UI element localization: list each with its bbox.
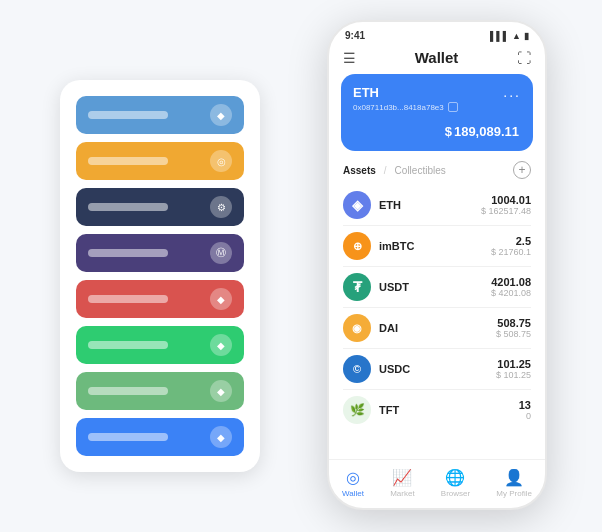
dai-usd: $ 508.75 [496,329,531,339]
usdc-name: USDC [379,363,496,375]
battery-icon: ▮ [524,31,529,41]
tab-separator: / [384,165,387,176]
stack-card-label-3 [88,203,168,211]
assets-header: Assets / Collectibles + [329,161,545,185]
expand-icon[interactable]: ⛶ [517,50,531,66]
status-bar: 9:41 ▌▌▌ ▲ ▮ [329,22,545,45]
usdt-usd: $ 4201.08 [491,288,531,298]
imbtc-values: 2.5 $ 21760.1 [491,235,531,257]
eth-card-top: ETH ... [353,84,521,100]
wallet-nav-label: Wallet [342,489,364,498]
browser-nav-icon: 🌐 [445,468,465,487]
stack-card-icon-5: ◆ [210,288,232,310]
stack-card-label-1 [88,111,168,119]
status-icons: ▌▌▌ ▲ ▮ [490,31,529,41]
asset-item-usdc[interactable]: © USDC 101.25 $ 101.25 [343,349,531,390]
tft-icon: 🌿 [343,396,371,424]
imbtc-amount: 2.5 [491,235,531,247]
usdc-amount: 101.25 [496,358,531,370]
asset-item-eth[interactable]: ◈ ETH 1004.01 $ 162517.48 [343,185,531,226]
asset-item-dai[interactable]: ◉ DAI 508.75 $ 508.75 [343,308,531,349]
imbtc-icon: ⊕ [343,232,371,260]
nav-browser[interactable]: 🌐 Browser [441,468,470,498]
stack-card-icon-6: ◆ [210,334,232,356]
stack-card-2: ◎ [76,142,244,180]
copy-address-icon[interactable] [448,102,458,112]
asset-list: ◈ ETH 1004.01 $ 162517.48 ⊕ imBTC 2.5 $ … [329,185,545,459]
stack-card-label-7 [88,387,168,395]
eth-name: ETH [379,199,481,211]
asset-item-imbtc[interactable]: ⊕ imBTC 2.5 $ 21760.1 [343,226,531,267]
eth-icon: ◈ [343,191,371,219]
stack-card-5: ◆ [76,280,244,318]
usdc-icon: © [343,355,371,383]
eth-card[interactable]: ETH ... 0x08711d3b...8418a78e3 $189,089.… [341,74,533,151]
tft-amount: 13 [519,399,531,411]
stack-card-label-8 [88,433,168,441]
stack-card-icon-7: ◆ [210,380,232,402]
market-nav-icon: 📈 [392,468,412,487]
menu-icon[interactable]: ☰ [343,50,356,66]
stack-card-label-2 [88,157,168,165]
market-nav-label: Market [390,489,414,498]
stack-card-icon-3: ⚙ [210,196,232,218]
stack-card-8: ◆ [76,418,244,456]
profile-nav-icon: 👤 [504,468,524,487]
tft-usd: 0 [519,411,531,421]
imbtc-usd: $ 21760.1 [491,247,531,257]
stack-card-label-4 [88,249,168,257]
nav-profile[interactable]: 👤 My Profile [496,468,532,498]
dai-name: DAI [379,322,496,334]
phone-header: ☰ Wallet ⛶ [329,45,545,74]
tab-collectibles[interactable]: Collectibles [395,165,446,176]
stack-card-icon-4: Ⓜ [210,242,232,264]
dai-icon: ◉ [343,314,371,342]
browser-nav-label: Browser [441,489,470,498]
profile-nav-label: My Profile [496,489,532,498]
signal-icon: ▌▌▌ [490,31,509,41]
eth-card-title: ETH [353,85,379,100]
nav-wallet[interactable]: ◎ Wallet [342,468,364,498]
bottom-nav: ◎ Wallet 📈 Market 🌐 Browser 👤 My Profile [329,459,545,508]
usdt-amount: 4201.08 [491,276,531,288]
left-card-stack: ◆ ◎ ⚙ Ⓜ ◆ ◆ ◆ ◆ [60,80,260,472]
usdt-icon: ₮ [343,273,371,301]
stack-card-1: ◆ [76,96,244,134]
stack-card-icon-8: ◆ [210,426,232,448]
add-asset-button[interactable]: + [513,161,531,179]
tft-name: TFT [379,404,519,416]
tft-values: 13 0 [519,399,531,421]
eth-amount: 1004.01 [481,194,531,206]
usdt-name: USDT [379,281,491,293]
stack-card-icon-2: ◎ [210,150,232,172]
stack-card-7: ◆ [76,372,244,410]
phone-mockup: 9:41 ▌▌▌ ▲ ▮ ☰ Wallet ⛶ ETH ... 0x08711d… [327,20,547,510]
dai-amount: 508.75 [496,317,531,329]
status-time: 9:41 [345,30,365,41]
page-title: Wallet [415,49,459,66]
stack-card-3: ⚙ [76,188,244,226]
stack-card-icon-1: ◆ [210,104,232,126]
eth-card-balance: $189,089.11 [353,118,521,141]
tab-assets[interactable]: Assets [343,165,376,176]
asset-item-usdt[interactable]: ₮ USDT 4201.08 $ 4201.08 [343,267,531,308]
wifi-icon: ▲ [512,31,521,41]
assets-tabs: Assets / Collectibles [343,165,446,176]
stack-card-label-5 [88,295,168,303]
usdc-usd: $ 101.25 [496,370,531,380]
eth-values: 1004.01 $ 162517.48 [481,194,531,216]
usdt-values: 4201.08 $ 4201.08 [491,276,531,298]
imbtc-name: imBTC [379,240,491,252]
stack-card-6: ◆ [76,326,244,364]
eth-usd: $ 162517.48 [481,206,531,216]
stack-card-4: Ⓜ [76,234,244,272]
dai-values: 508.75 $ 508.75 [496,317,531,339]
usdc-values: 101.25 $ 101.25 [496,358,531,380]
eth-card-menu[interactable]: ... [503,84,521,100]
wallet-nav-icon: ◎ [346,468,360,487]
eth-card-address: 0x08711d3b...8418a78e3 [353,102,521,112]
stack-card-label-6 [88,341,168,349]
asset-item-tft[interactable]: 🌿 TFT 13 0 [343,390,531,430]
nav-market[interactable]: 📈 Market [390,468,414,498]
